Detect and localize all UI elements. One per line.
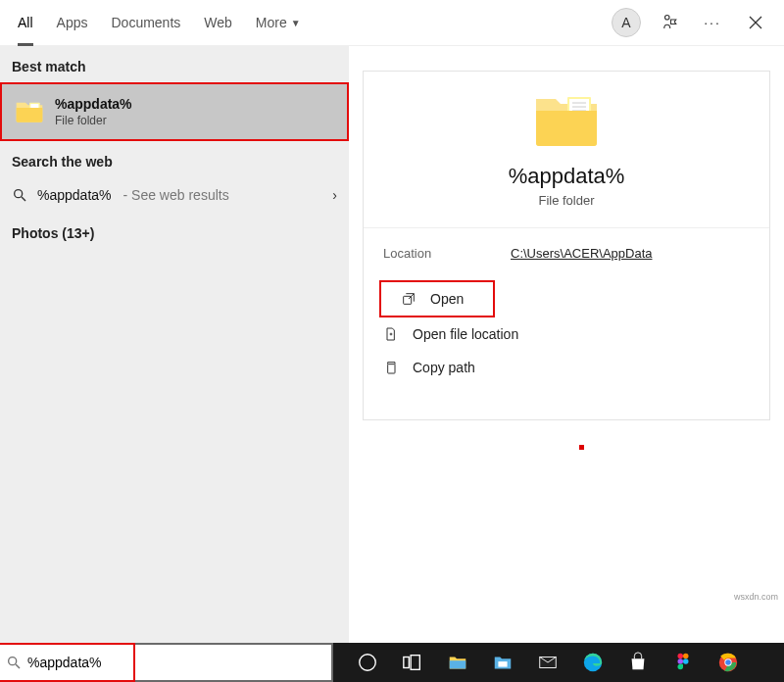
svg-point-0: [665, 16, 670, 21]
open-icon: [401, 291, 416, 307]
tab-web[interactable]: Web: [192, 0, 244, 46]
web-result-subtitle: - See web results: [123, 187, 229, 203]
results-pane: Best match %appdata% File folder Search …: [0, 46, 349, 643]
action-copy-path-label: Copy path: [413, 360, 475, 375]
svg-point-25: [725, 659, 731, 665]
action-open-wrap: Open: [364, 280, 769, 317]
svg-rect-21: [678, 658, 684, 664]
mail-icon[interactable]: [535, 650, 561, 675]
action-copy-path[interactable]: Copy path: [364, 351, 769, 384]
tab-documents[interactable]: Documents: [99, 0, 192, 46]
svg-rect-10: [388, 365, 395, 373]
detail-title: %appdata%: [509, 164, 625, 189]
taskbar-search[interactable]: [0, 643, 333, 682]
taskbar-icons: [333, 650, 784, 675]
action-open[interactable]: Open: [379, 280, 495, 317]
detail-subtitle: File folder: [538, 193, 594, 208]
tab-more-label: More: [256, 15, 287, 30]
top-right-controls: A ···: [612, 8, 778, 37]
action-open-file-location[interactable]: Open file location: [364, 317, 769, 351]
svg-point-22: [683, 658, 689, 664]
actions-list: Open Open file location Copy path: [364, 274, 769, 390]
figma-icon[interactable]: [670, 650, 696, 675]
store-icon[interactable]: [625, 650, 651, 675]
tab-more[interactable]: More ▼: [244, 0, 313, 46]
location-label: Location: [383, 246, 471, 261]
close-icon[interactable]: [741, 8, 770, 37]
photos-label[interactable]: Photos (13+): [0, 213, 349, 249]
result-text: %appdata% File folder: [55, 96, 132, 127]
result-title: %appdata%: [55, 96, 132, 112]
task-view-icon[interactable]: [400, 650, 425, 675]
svg-line-6: [22, 197, 25, 201]
result-subtitle: File folder: [55, 114, 132, 127]
search-icon: [12, 187, 27, 203]
chevron-right-icon: ›: [332, 187, 337, 203]
top-tab-bar: All Apps Documents Web More ▼ A ···: [0, 0, 784, 46]
main-area: Best match %appdata% File folder Search …: [0, 46, 784, 643]
chrome-icon[interactable]: [715, 650, 741, 675]
svg-rect-19: [678, 654, 684, 659]
chevron-down-icon: ▼: [291, 18, 301, 28]
attribution: wsxdn.com: [734, 592, 778, 602]
more-options-icon[interactable]: ···: [698, 8, 727, 37]
folder-icon[interactable]: [490, 650, 515, 675]
folder-icon: [532, 91, 601, 150]
svg-rect-14: [404, 658, 410, 668]
best-match-label: Best match: [0, 46, 349, 82]
web-result-title: %appdata%: [37, 187, 112, 203]
red-marker: [579, 445, 584, 450]
edge-icon[interactable]: [580, 650, 606, 675]
search-web-label: Search the web: [0, 141, 349, 177]
avatar[interactable]: A: [612, 8, 641, 37]
web-result[interactable]: %appdata% - See web results ›: [0, 177, 349, 213]
search-input[interactable]: [27, 645, 331, 680]
search-icon: [6, 655, 22, 670]
feedback-icon[interactable]: [655, 8, 684, 37]
location-value[interactable]: C:\Users\ACER\AppData: [511, 246, 653, 261]
location-row: Location C:\Users\ACER\AppData: [364, 227, 769, 274]
svg-rect-20: [683, 654, 689, 659]
svg-rect-15: [411, 656, 419, 670]
folder-icon: [14, 96, 45, 127]
cortana-icon[interactable]: [355, 650, 380, 675]
taskbar: [0, 643, 784, 682]
action-open-location-label: Open file location: [413, 326, 518, 342]
tab-all[interactable]: All: [6, 0, 45, 46]
file-explorer-icon[interactable]: [445, 650, 470, 675]
svg-line-12: [16, 664, 20, 668]
svg-point-11: [9, 658, 17, 665]
svg-point-13: [360, 655, 376, 671]
detail-header: %appdata% File folder: [364, 91, 769, 227]
best-match-result[interactable]: %appdata% File folder: [0, 82, 349, 141]
detail-card: %appdata% File folder Location C:\Users\…: [363, 71, 770, 420]
open-location-icon: [383, 326, 399, 342]
svg-rect-16: [498, 661, 507, 667]
action-open-label: Open: [430, 291, 464, 307]
tab-apps[interactable]: Apps: [45, 0, 100, 46]
copy-icon: [383, 360, 399, 375]
svg-point-5: [15, 190, 23, 198]
detail-pane: %appdata% File folder Location C:\Users\…: [349, 46, 784, 643]
